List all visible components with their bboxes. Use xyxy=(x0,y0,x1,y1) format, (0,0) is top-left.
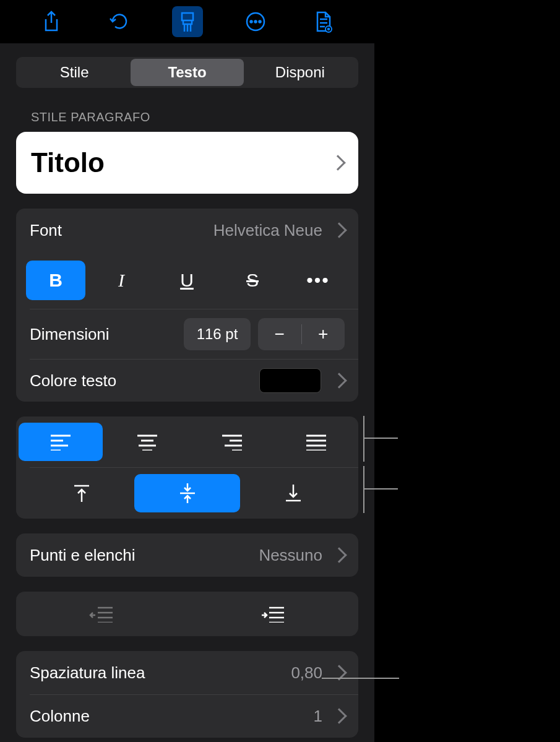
size-row: Dimensioni 116 pt − + xyxy=(16,309,358,359)
font-card: Font Helvetica Neue B I U S ••• Dimensio… xyxy=(16,209,358,402)
chevron-right-icon xyxy=(331,373,347,388)
font-row[interactable]: Font Helvetica Neue xyxy=(16,209,358,252)
line-spacing-label: Spaziatura linea xyxy=(30,663,145,683)
strikethrough-button[interactable]: S xyxy=(223,261,282,300)
size-decrease-button[interactable]: − xyxy=(258,324,301,344)
chevron-right-icon xyxy=(331,708,347,723)
bullets-card: Punti e elenchi Nessuno xyxy=(16,533,358,577)
bold-button[interactable]: B xyxy=(26,261,85,300)
tab-style[interactable]: Stile xyxy=(18,59,131,86)
font-value: Helvetica Neue xyxy=(213,221,322,240)
bullets-label: Punti e elenchi xyxy=(30,546,136,565)
text-more-button[interactable]: ••• xyxy=(288,261,348,300)
align-justify-button[interactable] xyxy=(274,423,358,461)
chevron-right-icon xyxy=(330,155,345,170)
underline-button[interactable]: U xyxy=(157,261,217,300)
format-button[interactable] xyxy=(172,6,203,37)
spacing-card: Spaziatura linea 0,80 Colonne 1 xyxy=(16,651,358,738)
indent-card xyxy=(16,592,358,636)
indent-button[interactable] xyxy=(187,597,359,631)
undo-button[interactable] xyxy=(104,6,135,37)
line-spacing-value: 0,80 xyxy=(291,663,322,683)
size-label: Dimensioni xyxy=(30,325,176,344)
size-value[interactable]: 116 pt xyxy=(184,318,251,350)
bullets-value: Nessuno xyxy=(259,546,322,565)
size-stepper: − + xyxy=(258,318,345,350)
chevron-right-icon xyxy=(331,222,347,238)
callout-line-1 xyxy=(363,438,398,439)
share-button[interactable] xyxy=(36,6,67,37)
align-right-button[interactable] xyxy=(190,423,274,461)
tab-arrange[interactable]: Disponi xyxy=(244,59,356,86)
paragraph-style-value: Titolo xyxy=(31,147,105,178)
columns-value: 1 xyxy=(314,707,322,726)
document-outline-button[interactable] xyxy=(308,6,339,37)
bullets-row[interactable]: Punti e elenchi Nessuno xyxy=(16,533,358,577)
columns-row[interactable]: Colonne 1 xyxy=(16,694,358,738)
text-color-swatch[interactable] xyxy=(259,368,321,393)
svg-point-1 xyxy=(250,21,252,23)
outdent-button[interactable] xyxy=(16,597,187,631)
text-color-row[interactable]: Colore testo xyxy=(16,360,358,402)
inspector-tabs: Stile Testo Disponi xyxy=(16,57,358,88)
paragraph-style-picker[interactable]: Titolo xyxy=(16,132,358,194)
columns-label: Colonne xyxy=(30,707,90,726)
valign-bottom-button[interactable] xyxy=(240,474,346,512)
alignment-card xyxy=(16,416,358,519)
valign-top-button[interactable] xyxy=(28,474,134,512)
callout-line-3 xyxy=(322,678,399,679)
size-increase-button[interactable]: + xyxy=(301,324,345,344)
more-button[interactable] xyxy=(240,6,271,37)
align-center-button[interactable] xyxy=(105,423,189,461)
italic-button[interactable]: I xyxy=(92,261,151,300)
valign-middle-button[interactable] xyxy=(134,474,240,512)
font-label: Font xyxy=(30,221,62,240)
callout-bracket-2 xyxy=(363,466,364,513)
line-spacing-row[interactable]: Spaziatura linea 0,80 xyxy=(16,651,358,694)
vertical-alignment xyxy=(16,468,358,519)
tab-text[interactable]: Testo xyxy=(131,59,243,86)
svg-point-6 xyxy=(328,28,329,30)
horizontal-alignment xyxy=(16,416,358,467)
top-toolbar xyxy=(0,0,374,43)
callout-bracket-1 xyxy=(363,416,364,462)
text-style-segment: B I U S ••• xyxy=(16,252,358,309)
align-left-button[interactable] xyxy=(19,423,103,461)
paragraph-style-label: STILE PARAGRAFO xyxy=(31,110,358,124)
callout-line-2 xyxy=(363,488,398,490)
svg-point-3 xyxy=(259,21,261,23)
svg-point-2 xyxy=(254,21,256,23)
text-color-label: Colore testo xyxy=(30,371,116,390)
chevron-right-icon xyxy=(331,547,347,563)
